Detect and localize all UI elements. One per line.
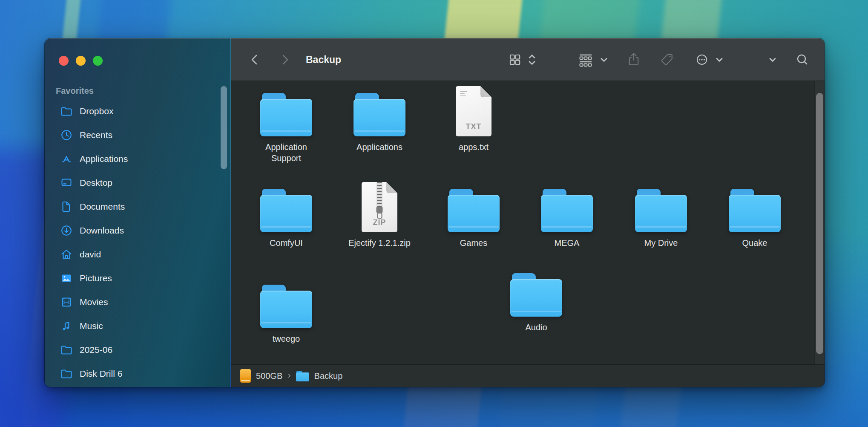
text-preview-lines [460,91,468,98]
folder-icon [60,343,73,356]
sidebar: Favorites Dropbox Recents Applications D… [45,38,230,387]
sidebar-item-pictures[interactable]: Pictures [55,269,217,288]
download-circle-icon [60,224,73,237]
sidebar-scrollbar-thumb[interactable] [221,86,227,169]
file-type-badge: TXT [456,122,491,131]
folder-icon [60,367,73,380]
sidebar-item-label: Downloads [80,225,124,236]
sidebar-item-label: Applications [80,154,128,164]
home-icon [60,248,73,261]
scrollbar-track[interactable] [814,81,825,364]
file-item-comfyui[interactable]: ComfyUI [237,180,335,248]
main-pane: Backup Application Support Applications [231,38,825,387]
file-type-badge: ZIP [362,218,397,227]
share-button[interactable] [626,52,641,68]
file-item-tweego[interactable]: tweego [237,276,335,344]
picture-icon [60,272,73,285]
file-item-my-drive[interactable]: My Drive [612,180,710,248]
text-file-icon: TXT [456,86,491,136]
file-item-mega[interactable]: MEGA [518,180,616,248]
folder-icon [354,93,405,136]
tags-button[interactable] [659,52,675,67]
sidebar-item-label: david [80,249,101,260]
sidebar-item-label: Disk Drill 6 [80,369,122,379]
file-item-application-support[interactable]: Application Support [237,84,335,164]
folder-icon [296,371,309,381]
sidebar-item-label: Dropbox [80,106,113,116]
file-item-ejectify-zip[interactable]: ZIP Ejectify 1.2.1.zip [331,180,428,248]
file-name: My Drive [644,237,678,248]
file-name: Audio [525,322,547,333]
file-name: tweego [273,333,300,344]
group-by-button[interactable] [577,52,595,67]
folder-icon [60,105,73,118]
folder-icon [448,189,500,232]
sidebar-item-david[interactable]: david [55,245,217,264]
forward-button[interactable] [279,52,291,67]
sidebar-item-2025-06[interactable]: 2025-06 [55,340,217,359]
file-browser-content: Application Support Applications TXT app… [231,81,825,364]
path-bar: 500GB › Backup [231,364,825,387]
favorites-section-header: Favorites [56,86,94,96]
path-segment-drive[interactable]: 500GB [240,369,282,383]
finder-window: Favorites Dropbox Recents Applications D… [45,38,825,387]
file-name: MEGA [555,237,580,248]
file-item-applications[interactable]: Applications [331,84,428,153]
view-grid-button[interactable] [507,52,523,67]
file-name: apps.txt [459,141,489,153]
path-segment-backup[interactable]: Backup [296,371,343,381]
folder-icon [260,189,312,232]
sidebar-item-movies[interactable]: Movies [55,293,217,312]
sidebar-item-music[interactable]: Music [55,317,217,335]
search-button[interactable] [795,52,810,67]
folder-icon [635,189,687,232]
sidebar-item-label: Documents [80,202,125,212]
sidebar-item-disk-drill-6[interactable]: Disk Drill 6 [55,364,217,383]
sidebar-item-desktop[interactable]: Desktop [55,173,217,192]
group-by-chevron-icon[interactable] [599,55,609,65]
back-button[interactable] [248,52,261,67]
view-size-stepper[interactable] [526,52,538,68]
app-store-icon [60,153,73,165]
page-fold [386,182,397,193]
page-fold [480,86,491,97]
sidebar-item-downloads[interactable]: Downloads [55,221,217,240]
folder-icon [260,285,312,328]
window-controls [59,56,103,66]
sidebar-item-applications[interactable]: Applications [55,150,217,168]
file-item-apps-txt[interactable]: TXT apps.txt [425,84,523,153]
zip-file-icon: ZIP [362,182,397,232]
sidebar-item-label: Music [80,321,103,331]
zipper-graphic [377,182,382,208]
zoom-button[interactable] [93,56,103,66]
path-segment-label: Backup [314,371,343,381]
file-name: Applications [356,141,402,153]
file-item-quake[interactable]: Quake [706,180,804,248]
close-button[interactable] [59,56,69,66]
zipper-pull [377,207,383,214]
file-name: Games [460,237,487,248]
sidebar-item-label: Recents [80,130,112,140]
file-item-audio[interactable]: Audio [487,265,585,333]
file-name: Application Support [252,141,320,164]
more-actions-chevron-icon[interactable] [714,55,724,65]
sidebar-item-documents[interactable]: Documents [55,197,217,216]
clock-icon [60,129,73,141]
folder-icon [260,93,312,136]
minimize-button[interactable] [76,56,86,66]
more-actions-button[interactable] [694,52,710,67]
sidebar-item-label: Movies [80,297,108,307]
scrollbar-thumb[interactable] [816,93,823,354]
desktop-icon [60,176,73,189]
document-icon [60,200,73,213]
toolbar-chevron-icon[interactable] [767,55,778,65]
folder-icon [729,189,781,232]
sidebar-item-recents[interactable]: Recents [55,126,217,144]
sidebar-item-dropbox[interactable]: Dropbox [55,102,217,121]
folder-icon [510,273,562,317]
music-note-icon [60,320,73,332]
sidebar-item-label: Pictures [80,273,112,283]
file-item-games[interactable]: Games [425,180,523,248]
path-segment-label: 500GB [256,371,282,381]
folder-icon [541,189,593,232]
